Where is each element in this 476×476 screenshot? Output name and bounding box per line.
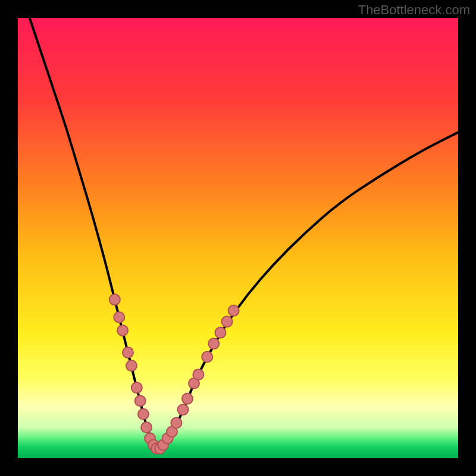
chart-frame: [18, 18, 458, 458]
watermark-text: TheBottleneck.com: [358, 2, 470, 18]
bottleneck-curve: [18, 18, 458, 458]
